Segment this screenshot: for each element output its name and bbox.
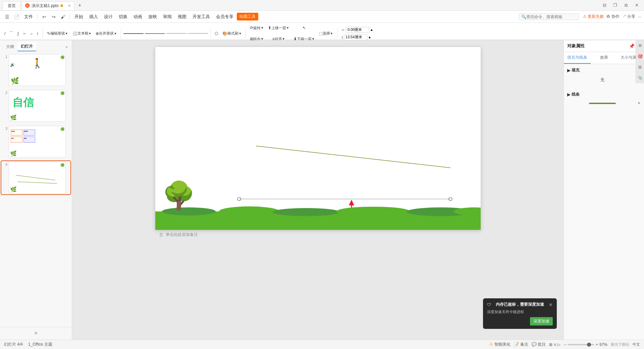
file-tab[interactable]: 🅦 演示文稿1.pptx ✕	[21, 1, 74, 10]
width-spinner-up[interactable]: ▲	[370, 28, 373, 32]
share-btn[interactable]: ↗ 分享	[622, 14, 635, 19]
maximize-btn[interactable]: ❐	[610, 2, 620, 9]
draw-tool-btn[interactable]: 绘图工具	[237, 13, 258, 20]
height-input[interactable]	[344, 34, 367, 40]
collaborate-btn[interactable]: ♻ 协作	[606, 14, 619, 19]
slide-item-4[interactable]: 4 🟢 🌿	[1, 161, 70, 194]
zoom-in-btn[interactable]: +	[596, 342, 598, 347]
view-list-btn[interactable]: ≡	[554, 342, 556, 347]
edit-shape-btn[interactable]: ✎ 编辑形状 ▼	[45, 29, 70, 39]
line-dropdown-arrow[interactable]: ▼	[637, 101, 641, 105]
select-btn[interactable]: ⬚ 选择 ▼	[317, 29, 335, 39]
file-menu-icon[interactable]: 📄	[12, 12, 21, 21]
line-style-green[interactable]	[145, 33, 165, 34]
zoom-out-btn[interactable]: −	[564, 342, 566, 347]
home-tab[interactable]: 首页	[3, 1, 21, 10]
fill-arrow-icon: ▶	[567, 68, 570, 73]
svg-point-12	[219, 206, 279, 216]
update-fail-btn[interactable]: ⚠ 更新失败	[583, 14, 604, 19]
textbox-btn[interactable]: ⬜ 文本框 ▼	[71, 29, 93, 39]
side-icon-3[interactable]: ⊞	[636, 62, 644, 72]
notes-btn[interactable]: 📝 备注	[514, 342, 528, 347]
comments-btn[interactable]: 💬 批注	[532, 342, 546, 347]
shape-btn[interactable]: ⬡	[213, 29, 220, 39]
height-input-group: ↕ ▲	[341, 34, 373, 40]
fill-section-title[interactable]: ▶ 填充	[567, 67, 641, 73]
canvas-area[interactable]: 🌳 − ⊞ ✎ ▣ 💡 ☰ 单击此处添加备注	[72, 40, 564, 340]
menu-insert[interactable]: 插入	[87, 12, 101, 21]
sidebar-toggle-icon[interactable]: ☰	[3, 12, 11, 21]
zoom-slider[interactable]	[568, 344, 594, 345]
add-slide-btn[interactable]: +	[34, 330, 38, 337]
lang-btn[interactable]: 中文	[633, 342, 640, 347]
view-normal-btn[interactable]: ⊞	[549, 342, 552, 347]
view-play-btn[interactable]: ▷	[557, 342, 560, 347]
menu-vip[interactable]: 会员专享	[213, 12, 236, 21]
side-icon-2[interactable]: 🎯	[636, 51, 644, 62]
menu-design[interactable]: 设计	[101, 12, 115, 21]
line-tool-4[interactable]: ∼	[21, 29, 28, 39]
menu-view[interactable]: 视图	[175, 12, 189, 21]
format-painter-icon[interactable]: 🖌	[59, 12, 67, 21]
notif-close-btn[interactable]: ✕	[549, 302, 553, 307]
slide-item-1[interactable]: 1 🟢 🔊 🚶 🌿	[1, 53, 70, 87]
add-slide-area[interactable]: +	[0, 327, 72, 340]
menu-animate[interactable]: 动画	[131, 12, 145, 21]
height-spinner-up[interactable]: ▲	[368, 35, 371, 39]
menu-file[interactable]: 文件	[21, 12, 36, 21]
tab-close-btn[interactable]: ✕	[68, 4, 71, 8]
sidebar: 大纲 幻灯片 « 1 🟢 🔊 🚶 🌿	[0, 40, 72, 340]
line-section-title[interactable]: ▶ 线条	[567, 92, 641, 97]
merge-shape-btn[interactable]: ⊕ 合并形状 ▼	[94, 29, 118, 39]
more-btn[interactable]: ···	[638, 14, 641, 19]
sidebar-tab-outline[interactable]: 大纲	[3, 43, 17, 51]
line-style-dash2[interactable]	[188, 33, 208, 34]
menu-dev[interactable]: 开发工具	[190, 12, 213, 21]
menu-start[interactable]: 开始	[72, 12, 86, 21]
search-input[interactable]	[526, 14, 577, 19]
sidebar-tab-slides[interactable]: 幻灯片	[17, 42, 36, 51]
notes-text[interactable]: 单击此处添加备注	[166, 232, 198, 238]
search-box[interactable]: 🔍	[519, 13, 579, 20]
menu-review[interactable]: 审阅	[160, 12, 174, 21]
slide-thumb-2: 🟢 自信 🌿	[9, 90, 66, 122]
merge-icon: ⊕	[96, 31, 99, 36]
menu-slideshow[interactable]: 放映	[146, 12, 160, 21]
cursor-btn[interactable]: ↖	[292, 23, 316, 33]
notif-accelerate-btn[interactable]: 深度加速	[530, 317, 553, 326]
slide-item-3[interactable]: 3 🟢 ■■■ ■■■ ■■ ■■ 🌿	[1, 125, 70, 158]
line-style-dark[interactable]	[123, 33, 144, 34]
undo-icon[interactable]: ↩	[40, 12, 49, 21]
tb-div-5	[337, 29, 337, 39]
side-icon-1[interactable]: ⚙	[636, 40, 644, 51]
slide-canvas[interactable]: 🌳 − ⊞ ✎ ▣ 💡	[155, 47, 481, 230]
slide-item-2[interactable]: 2 🟢 自信 🌿	[1, 89, 70, 122]
line-style-dash1[interactable]	[166, 33, 186, 34]
line-tool-5[interactable]: ⌣	[29, 29, 35, 39]
minimize-btn[interactable]: ⊟	[600, 2, 609, 9]
panel-tab-effect[interactable]: 效果	[591, 52, 618, 64]
line-tool-2[interactable]: ⌒	[8, 29, 15, 39]
up-layer-btn[interactable]: ⬆ 上移一层 ▼	[266, 23, 291, 33]
line-tool-6[interactable]: ≀	[35, 29, 40, 39]
close-btn[interactable]: ✕	[632, 2, 641, 9]
logo-label: 极光下载站	[611, 342, 629, 347]
notes-bar[interactable]: ☰ 单击此处添加备注	[155, 230, 481, 240]
format-btn[interactable]: 🎨 格式刷 ▼	[221, 29, 243, 39]
panel-pin-icon[interactable]: 📌	[629, 43, 635, 49]
side-icon-4[interactable]: 📎	[636, 72, 644, 83]
beautify-btn[interactable]: ✨ 智能美化	[488, 342, 511, 347]
rotate-btn[interactable]: ⟳ 旋转 ▼	[248, 23, 265, 33]
line-tool-3[interactable]: ∫	[16, 29, 20, 39]
menu-switch[interactable]: 切换	[116, 12, 130, 21]
search-icon: 🔍	[521, 14, 526, 19]
line-tool-1[interactable]: /	[3, 29, 7, 39]
width-input[interactable]	[346, 27, 369, 33]
new-tab-btn[interactable]: +	[75, 1, 85, 10]
line-color-preview[interactable]	[589, 103, 616, 104]
restore-btn[interactable]: ⧉	[621, 2, 631, 9]
sidebar-collapse-btn[interactable]: «	[64, 43, 69, 51]
window-controls: ⊟ ❐ ⧉ ✕	[600, 2, 641, 9]
panel-tab-fill[interactable]: 填充与线条	[564, 52, 591, 64]
redo-icon[interactable]: ↪	[49, 12, 58, 21]
